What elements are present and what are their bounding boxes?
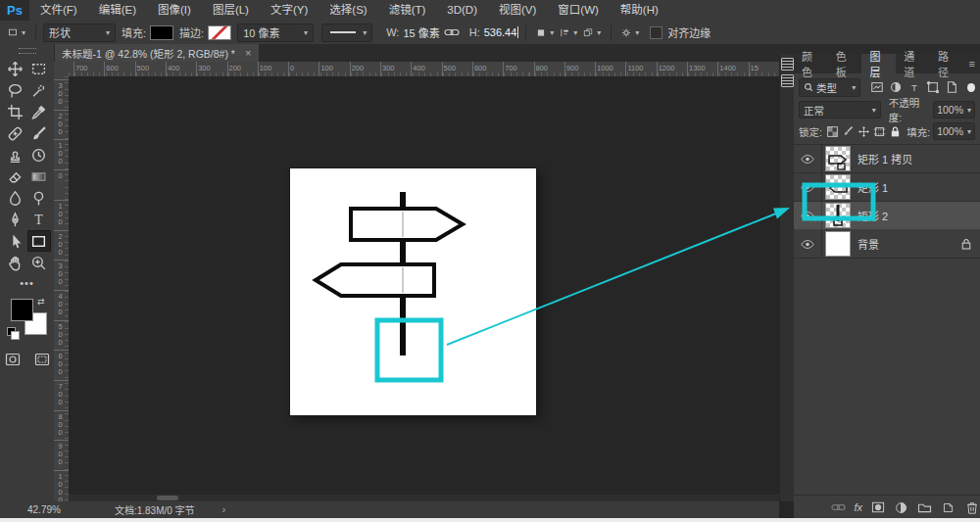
blur-tool[interactable] <box>4 187 27 209</box>
ruler-corner[interactable] <box>54 62 70 77</box>
healing-brush-tool[interactable] <box>4 122 27 144</box>
layer-name[interactable]: 矩形 2 <box>858 208 888 223</box>
eraser-tool[interactable] <box>4 166 27 187</box>
eyedropper-tool[interactable] <box>27 101 51 122</box>
add-layer-mask-icon[interactable] <box>869 499 886 516</box>
panel-menu-icon[interactable]: ≡ <box>964 54 980 73</box>
document-tab[interactable]: 未标题-1 @ 42.8% (矩形 2, RGB/8#) * × <box>54 44 259 62</box>
layer-name[interactable]: 矩形 1 <box>858 179 888 195</box>
menu-file[interactable]: 文件(F) <box>29 0 88 21</box>
delete-layer-icon[interactable] <box>963 499 980 516</box>
clone-stamp-tool[interactable] <box>4 144 27 166</box>
filter-toggle[interactable] <box>967 83 975 92</box>
filter-type-layers-icon[interactable]: T <box>906 79 922 96</box>
menu-edit[interactable]: 编辑(E) <box>88 0 147 21</box>
menu-select[interactable]: 选择(S) <box>318 0 377 21</box>
filter-shape-layers-icon[interactable] <box>924 79 941 96</box>
menu-filter[interactable]: 滤镜(T) <box>378 0 437 21</box>
screen-mode-button[interactable] <box>30 350 54 369</box>
lock-transparency-icon[interactable] <box>825 123 840 140</box>
lock-all-icon[interactable] <box>888 123 903 140</box>
status-popup-chevron-icon[interactable]: › <box>222 504 225 515</box>
hand-tool[interactable] <box>4 252 27 273</box>
filter-smart-objects-icon[interactable] <box>943 79 959 96</box>
layer-name[interactable]: 背景 <box>858 236 879 252</box>
align-edges-checkbox[interactable] <box>650 26 662 39</box>
tool-mode-select[interactable]: 形状 ▾ <box>43 24 116 42</box>
visibility-toggle[interactable] <box>794 230 822 258</box>
foreground-color-swatch[interactable] <box>11 299 33 321</box>
link-layers-icon[interactable] <box>830 499 847 516</box>
filter-adjustment-layers-icon[interactable] <box>887 79 904 96</box>
height-value[interactable]: 536.44 <box>484 26 519 38</box>
filter-kind-select[interactable]: 类型 ▾ <box>799 78 860 97</box>
tab-channels[interactable]: 通道 <box>896 54 930 73</box>
path-selection-tool[interactable] <box>4 230 27 252</box>
menu-window[interactable]: 窗口(W) <box>547 0 610 21</box>
more-tools-button[interactable]: ••• <box>0 277 54 289</box>
stroke-color-swatch[interactable] <box>208 25 231 40</box>
opacity-field[interactable]: 100% ▾ <box>933 101 975 119</box>
layer-thumbnail[interactable] <box>826 147 850 170</box>
brush-tool[interactable] <box>27 122 51 144</box>
layer-row-rect1[interactable]: 矩形 1 <box>794 173 980 202</box>
menu-3d[interactable]: 3D(D) <box>436 0 488 21</box>
move-tool[interactable] <box>4 58 27 79</box>
filter-pixel-layers-icon[interactable] <box>868 79 885 96</box>
menu-layer[interactable]: 图层(L) <box>202 0 260 21</box>
menu-type[interactable]: 文字(Y) <box>260 0 318 21</box>
layer-thumbnail[interactable] <box>826 175 850 199</box>
layer-row-rect2[interactable]: 矩形 2 <box>794 202 980 230</box>
default-colors-icon[interactable] <box>7 327 20 340</box>
collapsed-panel-icon[interactable] <box>781 58 794 71</box>
marquee-tool[interactable] <box>27 58 51 79</box>
toolbox-grip[interactable] <box>19 48 36 54</box>
menu-view[interactable]: 视图(V) <box>488 0 547 21</box>
dodge-tool[interactable] <box>27 187 51 209</box>
collapsed-panel-icon[interactable] <box>781 74 794 87</box>
path-alignment-button[interactable]: ▾ <box>560 24 577 41</box>
visibility-toggle[interactable] <box>794 173 822 201</box>
tab-color[interactable]: 颜色 <box>794 54 828 73</box>
quick-mask-button[interactable] <box>1 350 24 369</box>
layer-thumbnail[interactable] <box>826 232 850 256</box>
stroke-style-select[interactable]: ▾ <box>321 24 372 42</box>
close-icon[interactable]: × <box>245 47 251 59</box>
path-operations-button[interactable]: ▾ <box>536 24 554 41</box>
lock-image-icon[interactable] <box>841 123 856 140</box>
fill-opacity-field[interactable]: 100% ▾ <box>933 122 975 140</box>
pen-tool[interactable] <box>4 209 27 230</box>
tab-paths[interactable]: 路径 <box>930 54 964 73</box>
stroke-width-select[interactable]: 10 像素 ▾ <box>237 24 314 42</box>
layer-effects-button[interactable]: fx <box>854 501 862 513</box>
adjustment-layer-icon[interactable] <box>893 499 909 516</box>
crop-tool[interactable] <box>4 101 27 122</box>
zoom-tool[interactable] <box>27 252 51 273</box>
layer-row-rect1-copy[interactable]: 矩形 1 拷贝 <box>794 145 980 173</box>
blend-mode-select[interactable]: 正常 ▾ <box>799 101 881 119</box>
menu-image[interactable]: 图像(I) <box>147 0 202 21</box>
layer-name[interactable]: 矩形 1 拷贝 <box>858 151 912 166</box>
new-group-icon[interactable] <box>916 499 933 516</box>
link-dimensions-icon[interactable] <box>443 24 461 41</box>
tab-layers[interactable]: 图层 <box>861 54 896 73</box>
gradient-tool[interactable] <box>27 166 51 187</box>
swap-colors-icon[interactable]: ⇄ <box>37 297 49 308</box>
new-layer-icon[interactable] <box>940 499 956 516</box>
fill-color-swatch[interactable] <box>150 25 173 40</box>
width-value[interactable]: 15 像素 <box>403 24 439 40</box>
layer-row-background[interactable]: 背景 <box>794 230 980 259</box>
lock-position-icon[interactable] <box>857 123 871 140</box>
quick-selection-tool[interactable] <box>27 79 51 101</box>
rectangle-tool[interactable] <box>27 230 51 252</box>
lasso-tool[interactable] <box>4 79 27 101</box>
path-arrangement-button[interactable]: ▾ <box>583 24 601 41</box>
visibility-toggle[interactable] <box>794 145 822 172</box>
ps-logo[interactable]: Ps <box>0 0 29 21</box>
layer-thumbnail[interactable] <box>826 204 850 227</box>
horizontal-scrollbar-thumb[interactable] <box>157 496 178 500</box>
lock-artboard-icon[interactable] <box>872 123 887 140</box>
tool-preset-picker[interactable]: ▾ <box>8 24 25 41</box>
type-tool[interactable]: T <box>27 209 51 230</box>
menu-help[interactable]: 帮助(H) <box>610 0 669 21</box>
